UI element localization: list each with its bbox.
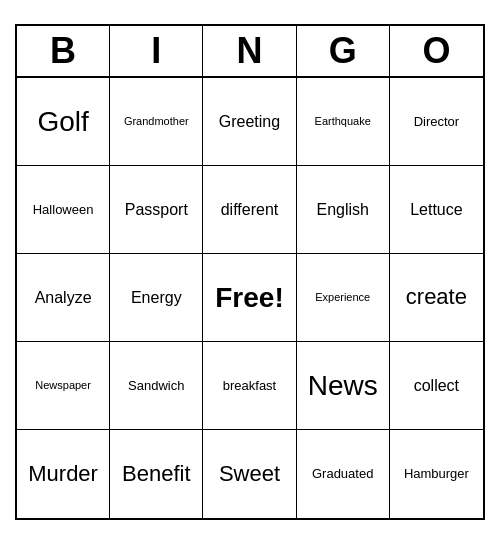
bingo-cell: Graduated bbox=[297, 430, 390, 518]
cell-text: English bbox=[316, 200, 368, 219]
bingo-cell: different bbox=[203, 166, 296, 254]
bingo-cell: Greeting bbox=[203, 78, 296, 166]
bingo-cell: News bbox=[297, 342, 390, 430]
cell-text: Newspaper bbox=[35, 379, 91, 392]
bingo-cell: Grandmother bbox=[110, 78, 203, 166]
bingo-cell: Benefit bbox=[110, 430, 203, 518]
cell-text: Energy bbox=[131, 288, 182, 307]
cell-text: Analyze bbox=[35, 288, 92, 307]
bingo-cell: Sandwich bbox=[110, 342, 203, 430]
cell-text: Sweet bbox=[219, 461, 280, 487]
bingo-cell: Free! bbox=[203, 254, 296, 342]
bingo-grid: GolfGrandmotherGreetingEarthquakeDirecto… bbox=[17, 78, 483, 518]
bingo-cell: create bbox=[390, 254, 483, 342]
bingo-cell: English bbox=[297, 166, 390, 254]
bingo-cell: Sweet bbox=[203, 430, 296, 518]
bingo-cell: Experience bbox=[297, 254, 390, 342]
cell-text: Experience bbox=[315, 291, 370, 304]
bingo-cell: collect bbox=[390, 342, 483, 430]
cell-text: Director bbox=[414, 114, 460, 130]
cell-text: collect bbox=[414, 376, 459, 395]
cell-text: Greeting bbox=[219, 112, 280, 131]
cell-text: create bbox=[406, 284, 467, 310]
bingo-cell: Director bbox=[390, 78, 483, 166]
bingo-cell: Hamburger bbox=[390, 430, 483, 518]
bingo-cell: Newspaper bbox=[17, 342, 110, 430]
cell-text: Golf bbox=[37, 105, 88, 139]
header-letter: O bbox=[390, 26, 483, 76]
cell-text: Lettuce bbox=[410, 200, 462, 219]
cell-text: breakfast bbox=[223, 378, 276, 394]
cell-text: Murder bbox=[28, 461, 98, 487]
bingo-card: BINGO GolfGrandmotherGreetingEarthquakeD… bbox=[15, 24, 485, 520]
bingo-cell: Energy bbox=[110, 254, 203, 342]
bingo-cell: Earthquake bbox=[297, 78, 390, 166]
bingo-cell: Lettuce bbox=[390, 166, 483, 254]
cell-text: Graduated bbox=[312, 466, 373, 482]
bingo-header: BINGO bbox=[17, 26, 483, 78]
bingo-cell: Murder bbox=[17, 430, 110, 518]
header-letter: G bbox=[297, 26, 390, 76]
cell-text: Free! bbox=[215, 282, 283, 314]
cell-text: Passport bbox=[125, 200, 188, 219]
bingo-cell: Halloween bbox=[17, 166, 110, 254]
bingo-cell: Analyze bbox=[17, 254, 110, 342]
cell-text: Hamburger bbox=[404, 466, 469, 482]
bingo-cell: Passport bbox=[110, 166, 203, 254]
header-letter: N bbox=[203, 26, 296, 76]
header-letter: B bbox=[17, 26, 110, 76]
cell-text: different bbox=[221, 200, 279, 219]
cell-text: Earthquake bbox=[315, 115, 371, 128]
cell-text: News bbox=[308, 369, 378, 403]
cell-text: Sandwich bbox=[128, 378, 184, 394]
cell-text: Grandmother bbox=[124, 115, 189, 128]
bingo-cell: Golf bbox=[17, 78, 110, 166]
header-letter: I bbox=[110, 26, 203, 76]
bingo-cell: breakfast bbox=[203, 342, 296, 430]
cell-text: Benefit bbox=[122, 461, 191, 487]
cell-text: Halloween bbox=[33, 202, 94, 218]
